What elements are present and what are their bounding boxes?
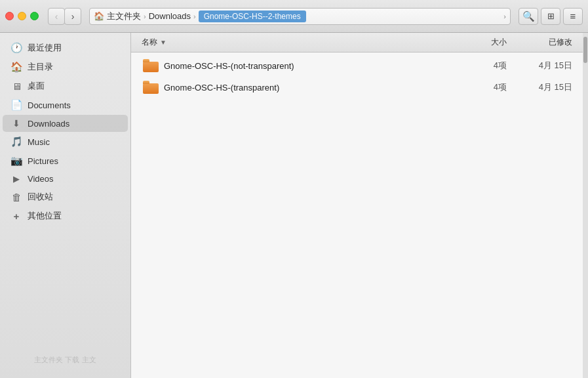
folder-icon-wrap-2 <box>142 81 160 94</box>
folder-icon-1 <box>143 59 159 72</box>
col-name-label: 名称 <box>142 37 157 48</box>
sidebar-label-videos: Videos <box>28 174 54 184</box>
location-bar[interactable]: 🏠 主文件夹 › Downloads › Gnome-OSC-HS--2-the… <box>89 8 511 25</box>
folder-icon-wrap-1 <box>142 59 160 72</box>
sidebar-label-pictures: Pictures <box>28 156 58 166</box>
sidebar: 🕐 最近使用 🏠 主目录 🖥 桌面 📄 Documents ⬇ Download… <box>0 33 131 378</box>
main-area: 🕐 最近使用 🏠 主目录 🖥 桌面 📄 Documents ⬇ Download… <box>0 33 588 378</box>
sidebar-item-desktop[interactable]: 🖥 桌面 <box>3 77 128 95</box>
maximize-button[interactable] <box>30 12 39 20</box>
col-name-header[interactable]: 名称 ▼ <box>142 37 454 48</box>
folder-icon-2 <box>143 81 159 94</box>
table-row[interactable]: Gnome-OSC-HS-(not-transparent) 4项 4月 15日 <box>131 55 583 77</box>
titlebar: ‹ › 🏠 主文件夹 › Downloads › Gnome-OSC-HS--2… <box>0 0 588 33</box>
breadcrumb-sep-2: › <box>193 12 196 20</box>
grid-icon: ⊞ <box>547 11 555 21</box>
scrollbar[interactable] <box>583 33 588 378</box>
sidebar-item-videos[interactable]: ▶ Videos <box>3 171 128 187</box>
file-modified-2: 4月 15日 <box>507 81 572 93</box>
sidebar-label-recent: 最近使用 <box>28 42 62 54</box>
home-icon: 🏠 <box>10 61 22 73</box>
minimize-button[interactable] <box>18 12 26 20</box>
other-icon: + <box>10 211 22 222</box>
file-name-2: Gnome-OSC-HS-(transparent) <box>160 83 454 93</box>
file-size-1: 4项 <box>454 60 507 72</box>
col-modified-header[interactable]: 已修改 <box>507 37 572 48</box>
breadcrumb-home[interactable]: 主文件夹 <box>107 10 141 22</box>
grid-view-button[interactable]: ⊞ <box>541 8 560 25</box>
sidebar-item-music[interactable]: 🎵 Music <box>3 133 128 151</box>
table-row[interactable]: Gnome-OSC-HS-(transparent) 4项 4月 15日 <box>131 77 583 98</box>
forward-icon: › <box>71 11 75 22</box>
location-arrow: › <box>503 12 506 20</box>
column-header: 名称 ▼ 大小 已修改 <box>131 33 583 52</box>
trash-icon: 🗑 <box>10 192 22 203</box>
sidebar-item-other[interactable]: + 其他位置 <box>3 207 128 225</box>
menu-button[interactable]: ≡ <box>563 8 583 25</box>
sidebar-label-trash: 回收站 <box>28 191 53 203</box>
sidebar-item-documents[interactable]: 📄 Documents <box>3 96 128 114</box>
col-size-label: 大小 <box>491 37 507 47</box>
sidebar-label-desktop: 桌面 <box>28 80 45 92</box>
sidebar-label-home: 主目录 <box>28 61 53 73</box>
forward-button[interactable]: › <box>64 8 81 25</box>
back-icon: ‹ <box>55 11 58 22</box>
desktop-icon: 🖥 <box>10 81 22 92</box>
home-icon: 🏠 <box>94 11 104 21</box>
sidebar-item-trash[interactable]: 🗑 回收站 <box>3 188 128 206</box>
breadcrumb-sep-1: › <box>144 12 146 20</box>
sidebar-label-music: Music <box>28 137 50 147</box>
toolbar-actions: 🔍 ⊞ ≡ <box>519 8 583 25</box>
videos-icon: ▶ <box>10 174 22 184</box>
breadcrumb-current[interactable]: Gnome-OSC-HS--2-themes <box>199 10 306 22</box>
music-icon: 🎵 <box>10 136 22 148</box>
scrollbar-thumb[interactable] <box>583 37 587 63</box>
file-modified-1: 4月 15日 <box>507 60 572 72</box>
search-icon: 🔍 <box>522 10 535 22</box>
sidebar-label-other: 其他位置 <box>28 210 62 222</box>
documents-icon: 📄 <box>10 99 22 111</box>
sidebar-item-home[interactable]: 🏠 主目录 <box>3 58 128 76</box>
traffic-lights <box>5 12 39 20</box>
sidebar-item-recent[interactable]: 🕐 最近使用 <box>3 39 128 57</box>
col-modified-label: 已修改 <box>549 37 572 47</box>
pictures-icon: 📷 <box>10 155 22 167</box>
nav-buttons: ‹ › <box>48 8 81 25</box>
sidebar-item-downloads[interactable]: ⬇ Downloads <box>3 115 128 132</box>
sidebar-item-pictures[interactable]: 📷 Pictures <box>3 152 128 170</box>
search-button[interactable]: 🔍 <box>519 8 538 25</box>
sidebar-label-documents: Documents <box>28 100 71 110</box>
file-name-1: Gnome-OSC-HS-(not-transparent) <box>160 61 454 71</box>
breadcrumb-downloads[interactable]: Downloads <box>149 11 191 21</box>
close-button[interactable] <box>5 12 14 20</box>
downloads-icon: ⬇ <box>10 118 22 129</box>
sidebar-label-downloads: Downloads <box>28 119 69 129</box>
col-size-header[interactable]: 大小 <box>454 37 507 48</box>
sidebar-watermark: 主文件夹 下载 主文 <box>0 355 130 365</box>
recent-icon: 🕐 <box>10 42 22 54</box>
file-size-2: 4项 <box>454 81 507 93</box>
file-list: Gnome-OSC-HS-(not-transparent) 4项 4月 15日… <box>131 52 583 378</box>
menu-icon: ≡ <box>570 10 576 22</box>
sort-arrow: ▼ <box>160 39 167 46</box>
back-button[interactable]: ‹ <box>48 8 65 25</box>
file-area: 名称 ▼ 大小 已修改 Gnome-OSC-HS-(not-transparen… <box>131 33 583 378</box>
